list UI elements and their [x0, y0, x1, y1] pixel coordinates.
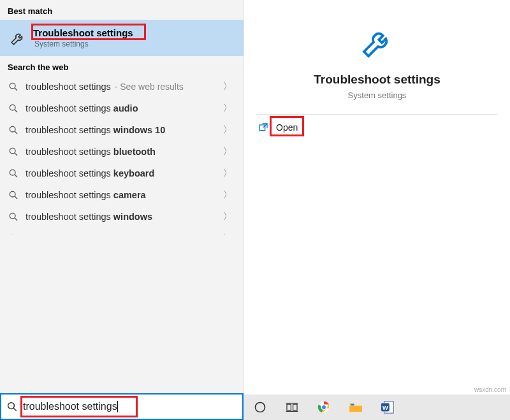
chevron-right-icon[interactable]: 〉 — [219, 211, 236, 222]
taskbar: W — [244, 395, 510, 420]
open-action[interactable]: Open — [244, 115, 510, 140]
wrench-icon-large — [358, 23, 397, 62]
svg-line-3 — [15, 110, 17, 112]
text-cursor — [117, 401, 118, 412]
chevron-right-icon[interactable]: 〉 — [219, 103, 236, 114]
chevron-right-icon[interactable]: 〉 — [219, 233, 236, 235]
preview-title: Troubleshoot settings — [314, 73, 440, 87]
task-view-icon[interactable] — [284, 399, 300, 416]
result-label: troubleshoot settings bluetooth — [26, 147, 219, 157]
result-label: troubleshoot settings windows 10 — [26, 125, 219, 135]
svg-point-8 — [10, 170, 15, 175]
web-header: Search the web — [0, 56, 244, 76]
chevron-right-icon[interactable]: 〉 — [219, 168, 236, 179]
preview-panel: Troubleshoot settings System settings Op… — [244, 0, 510, 420]
svg-point-19 — [256, 403, 265, 412]
result-label: troubleshoot settings audio — [26, 103, 219, 113]
svg-point-2 — [10, 105, 15, 110]
web-result-item[interactable]: troubleshoot settings windows 10〉 — [0, 119, 244, 141]
result-label: troubleshoot settings power — [26, 233, 219, 235]
svg-rect-28 — [351, 404, 354, 406]
web-result-item[interactable]: troubleshoot settings camera〉 — [0, 184, 244, 206]
web-result-item[interactable]: troubleshoot settings windows〉 — [0, 206, 244, 228]
search-icon — [6, 168, 20, 178]
best-match-title: Troubleshoot settings — [33, 27, 133, 38]
open-label: Open — [276, 122, 298, 133]
search-icon — [6, 82, 20, 92]
search-icon — [6, 103, 20, 113]
search-box[interactable]: troubleshoot settings — [0, 393, 244, 420]
wrench-icon — [9, 29, 27, 47]
svg-line-7 — [15, 153, 17, 156]
svg-rect-18 — [259, 125, 265, 131]
search-icon — [6, 147, 20, 157]
svg-line-17 — [13, 408, 17, 411]
chevron-right-icon[interactable]: 〉 — [219, 146, 236, 157]
chevron-right-icon[interactable]: 〉 — [219, 81, 236, 92]
svg-point-0 — [10, 83, 15, 89]
web-result-item[interactable]: troubleshoot settings bluetooth〉 — [0, 141, 244, 163]
chrome-icon[interactable] — [316, 399, 332, 416]
search-icon — [1, 401, 23, 412]
best-match-header: Best match — [0, 0, 244, 20]
svg-point-6 — [10, 148, 15, 154]
search-icon — [6, 212, 20, 222]
search-icon — [6, 125, 20, 135]
svg-line-5 — [15, 131, 17, 134]
file-explorer-icon[interactable] — [347, 399, 364, 416]
search-icon — [6, 190, 20, 200]
svg-line-13 — [15, 218, 17, 221]
svg-line-1 — [15, 88, 17, 91]
result-label: troubleshoot settings keyboard — [26, 168, 219, 178]
cortana-icon[interactable] — [252, 399, 268, 416]
watermark: wsxdn.com — [474, 386, 506, 393]
svg-point-10 — [10, 191, 15, 197]
svg-line-11 — [15, 196, 17, 199]
search-panel: Best match Troubleshoot settings System … — [0, 0, 244, 420]
svg-rect-21 — [293, 404, 297, 410]
best-match-result[interactable]: Troubleshoot settings System settings — [0, 20, 244, 56]
result-label: troubleshoot settings windows — [26, 212, 219, 222]
web-result-item[interactable]: troubleshoot settings audio〉 — [0, 98, 244, 119]
search-icon — [6, 233, 20, 235]
svg-point-4 — [10, 126, 15, 132]
open-icon — [256, 122, 271, 133]
web-result-item[interactable]: troubleshoot settings power〉 — [0, 228, 244, 235]
preview-subtitle: System settings — [348, 91, 407, 100]
svg-point-16 — [8, 403, 15, 409]
svg-point-12 — [10, 213, 15, 219]
svg-line-9 — [15, 175, 17, 177]
web-result-item[interactable]: troubleshoot settings keyboard〉 — [0, 163, 244, 184]
chevron-right-icon[interactable]: 〉 — [219, 189, 236, 201]
web-result-item[interactable]: troubleshoot settings - See web results〉 — [0, 76, 244, 98]
svg-text:W: W — [382, 405, 388, 411]
svg-rect-20 — [287, 404, 291, 410]
best-match-subtitle: System settings — [34, 40, 133, 48]
web-results-list: troubleshoot settings - See web results〉… — [0, 76, 244, 235]
svg-rect-27 — [349, 406, 362, 412]
chevron-right-icon[interactable]: 〉 — [219, 124, 236, 136]
search-input-text[interactable]: troubleshoot settings — [23, 398, 117, 414]
result-label: troubleshoot settings camera — [26, 190, 219, 200]
result-label: troubleshoot settings - See web results — [26, 82, 219, 92]
svg-point-26 — [321, 405, 326, 409]
word-icon[interactable]: W — [379, 399, 396, 416]
